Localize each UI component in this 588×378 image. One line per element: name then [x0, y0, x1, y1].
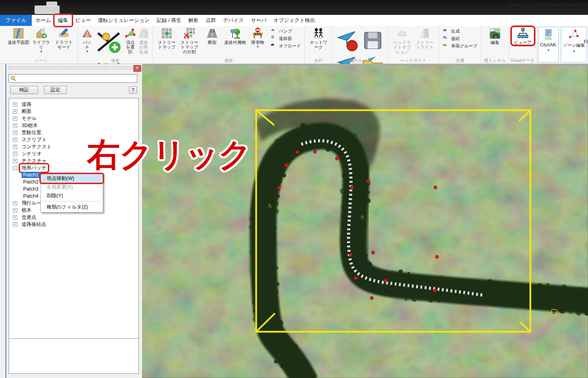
- ribbon-button-road-data-viewer[interactable]: ビューア: [512, 27, 534, 45]
- tree-item-3D樹木[interactable]: +3D樹木: [9, 122, 138, 129]
- ribbon-button-road-surface[interactable]: 道路面: [270, 35, 301, 42]
- dropdown-arrow-icon[interactable]: ▼: [86, 50, 89, 53]
- tree-search-input[interactable]: [9, 74, 137, 83]
- tree-item-label[interactable]: 道路: [20, 101, 33, 108]
- context-menu-item-2[interactable]: 削除(Y): [41, 191, 103, 200]
- context-menu-item-4[interactable]: 種類のフィルタ(Z): [41, 203, 103, 211]
- expand-icon[interactable]: +: [13, 124, 17, 128]
- menu-tab-analysis[interactable]: 解析: [185, 15, 202, 26]
- expand-icon[interactable]: +: [13, 215, 17, 220]
- ribbon-button-smoke-tunnel-edit[interactable]: 編集: [484, 27, 506, 45]
- menu-tab-view[interactable]: ビュー: [72, 15, 95, 26]
- expand-icon[interactable]: +: [13, 208, 17, 213]
- menu-tab-server[interactable]: サーバ: [248, 15, 270, 26]
- panel-close-button[interactable]: ✕: [133, 65, 141, 72]
- vertex-marker[interactable]: [354, 276, 357, 280]
- menu-tab-record-play[interactable]: 記録 / 再生: [153, 15, 185, 26]
- vertex-marker[interactable]: [384, 279, 387, 282]
- tree-item-断面[interactable]: +断面: [9, 108, 138, 115]
- menu-tab-device[interactable]: デバイス: [219, 15, 247, 26]
- vertex-marker[interactable]: [434, 186, 437, 189]
- tree-item-label[interactable]: 断面: [20, 108, 33, 115]
- ribbon-button-cross-section[interactable]: 断面: [201, 27, 223, 45]
- tree-item-label[interactable]: Patch1: [22, 172, 40, 178]
- vertex-marker[interactable]: [367, 180, 370, 183]
- dropdown-arrow-icon[interactable]: ▼: [547, 49, 550, 52]
- ribbon-button-street-map[interactable]: ストリートマップ: [156, 27, 178, 49]
- ribbon-button-draft-mode[interactable]: ドラフトモード: [53, 27, 75, 49]
- ribbon-button-flight-record[interactable]: [336, 28, 359, 53]
- vertex-marker[interactable]: [277, 186, 280, 189]
- menu-tab-point-cloud[interactable]: 点群: [202, 15, 219, 26]
- ribbon-button-vertex-add[interactable]: [95, 28, 123, 58]
- 3d-viewport[interactable]: 4242: [140, 64, 588, 378]
- ribbon-button-street-map-split[interactable]: ストリートマップの分割: [178, 27, 200, 54]
- expand-icon[interactable]: +: [13, 159, 17, 163]
- vertex-marker[interactable]: [371, 251, 375, 254]
- tree-item-label[interactable]: シナリオ: [20, 150, 43, 158]
- menu-tab-edit[interactable]: 編集: [55, 15, 72, 26]
- ribbon-button-traffic-connect[interactable]: 接続: [442, 35, 477, 42]
- ribbon-button-patch[interactable]: パッチ▼: [81, 27, 93, 53]
- vertex-marker[interactable]: [370, 296, 373, 300]
- tree-item-label[interactable]: コンテクスト: [20, 143, 53, 151]
- tree-item-交差点[interactable]: +交差点: [9, 214, 138, 221]
- tree-item-モデル[interactable]: +モデル: [9, 115, 138, 122]
- tree-item-label[interactable]: Patch2: [22, 179, 40, 185]
- ribbon-button-zone-edit[interactable]: ゾーン編集▼: [561, 27, 587, 62]
- verify-button[interactable]: 検証: [10, 86, 38, 94]
- ribbon-button-obstacle[interactable]: 障害物▼: [247, 27, 269, 49]
- dropdown-arrow-icon[interactable]: ▼: [40, 50, 43, 53]
- vertex-marker[interactable]: [350, 186, 353, 189]
- collapse-icon[interactable]: −: [13, 166, 17, 170]
- ribbon-button-traffic-generate[interactable]: 生成: [442, 28, 477, 34]
- vertex-marker[interactable]: [296, 151, 299, 154]
- expand-icon[interactable]: +: [13, 131, 17, 135]
- tree-item-label[interactable]: 道路接続点: [20, 221, 48, 228]
- dropdown-arrow-icon[interactable]: ▼: [572, 50, 575, 53]
- menu-tab-file[interactable]: ファイル: [0, 15, 32, 26]
- expand-icon[interactable]: +: [13, 138, 17, 142]
- vertex-marker[interactable]: [349, 253, 352, 256]
- ribbon-button-select-vertices[interactable]: 頂点を選択: [124, 27, 137, 54]
- expand-icon[interactable]: +: [13, 152, 17, 156]
- ribbon-button-bump[interactable]: バンプ: [270, 28, 301, 34]
- ribbon-button-library[interactable]: ライブラリ▼: [30, 27, 52, 53]
- tree-item-label[interactable]: 交差点: [20, 214, 38, 221]
- vertex-marker[interactable]: [335, 157, 339, 160]
- ribbon-button-pedestrian-network[interactable]: ネットワーク: [308, 27, 329, 49]
- tree-item-label[interactable]: Patch4: [22, 193, 40, 199]
- tree-item-label[interactable]: モデル: [20, 115, 38, 122]
- help-button[interactable]: ?: [129, 86, 137, 94]
- ribbon-button-road-plan[interactable]: 道路平面図: [7, 27, 29, 45]
- menu-tab-home[interactable]: ホーム: [32, 15, 55, 26]
- tree-item-label[interactable]: テクスチャ: [20, 157, 48, 165]
- vertex-marker[interactable]: [285, 164, 288, 167]
- tree-item-label[interactable]: 樹木: [20, 207, 33, 214]
- vertex-marker[interactable]: [433, 289, 437, 292]
- expand-icon[interactable]: +: [13, 222, 17, 227]
- panel-grip-handle[interactable]: [7, 66, 133, 70]
- tree-item-道路[interactable]: +道路: [9, 101, 138, 108]
- tree-item-道路接続点[interactable]: +道路接続点: [9, 221, 138, 228]
- ribbon-button-vehicle-group[interactable]: 車両グループ: [442, 43, 477, 49]
- tree-item-label[interactable]: 3D樹木: [20, 122, 39, 129]
- menu-tab-object-detection[interactable]: オブジェクト検出: [270, 15, 319, 26]
- ribbon-button-offroad[interactable]: オフロード: [270, 43, 301, 49]
- dropdown-arrow-icon[interactable]: ▼: [256, 45, 259, 49]
- settings-button[interactable]: 設定: [44, 86, 67, 94]
- expand-icon[interactable]: +: [13, 109, 17, 114]
- expand-icon[interactable]: +: [13, 102, 17, 107]
- tree-item-label[interactable]: 地形パッチ: [20, 164, 48, 172]
- expand-icon[interactable]: +: [13, 116, 17, 121]
- tree-item-label[interactable]: スクリプト: [20, 136, 48, 144]
- vertex-marker[interactable]: [435, 255, 439, 258]
- ribbon-button-flight-save[interactable]: [361, 28, 384, 53]
- vertex-marker[interactable]: [313, 150, 317, 153]
- ribbon-button-roadside-objects[interactable]: 道路付属物: [224, 27, 246, 45]
- expand-icon[interactable]: +: [13, 201, 17, 205]
- expand-icon[interactable]: +: [13, 145, 17, 149]
- menu-tab-drive-simulation[interactable]: 運転シミュレーション: [94, 15, 153, 26]
- tree-item-label[interactable]: Patch3: [22, 186, 40, 192]
- tree-item-label[interactable]: 景観位置: [20, 129, 43, 136]
